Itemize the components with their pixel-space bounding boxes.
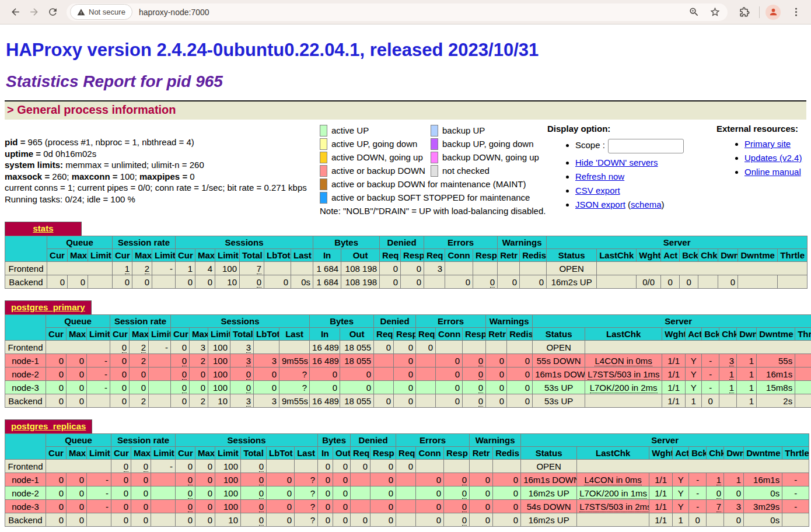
row-name-cell: node-1: [5, 473, 46, 487]
external-resource-item: Primary site: [744, 139, 806, 149]
row-name-cell: Frontend: [5, 262, 47, 275]
process-info-line: uptime = 0d 0h16m02s: [5, 148, 320, 160]
stat-cell: [416, 381, 436, 394]
column-header-req: Req: [416, 328, 436, 341]
stat-cell: 1 684: [313, 275, 341, 289]
stat-cell: 16 489: [310, 394, 340, 408]
stat-cell: 3: [190, 341, 208, 354]
proxy-name-link-postgres_primary[interactable]: postgres_primary: [11, 302, 85, 312]
column-header-limit: Limit: [208, 328, 230, 341]
external-resource-link[interactable]: Online manual: [744, 167, 801, 177]
legend-label: backup DOWN, going up: [442, 152, 539, 162]
url-bar[interactable]: Not secure haproxy-node:7000: [67, 4, 728, 21]
row-name-link-node-1[interactable]: node-1: [12, 475, 39, 485]
stat-cell: 0: [486, 354, 507, 368]
stat-cell: 0: [67, 394, 87, 408]
profile-avatar[interactable]: [765, 5, 781, 20]
row-name-link-backend[interactable]: Backend: [8, 515, 42, 525]
stat-cell: [597, 262, 807, 275]
group-header-bytes: Bytes: [318, 434, 351, 447]
reload-button[interactable]: [43, 3, 62, 22]
not-secure-badge[interactable]: Not secure: [70, 4, 132, 20]
stat-cell: 0: [486, 394, 507, 408]
display-option-link[interactable]: Refresh now: [575, 172, 624, 181]
stat-cell: [396, 473, 416, 487]
column-header-wght: Wght: [662, 328, 686, 341]
external-resource-item: Online manual: [744, 167, 806, 177]
page-content: HAProxy version 2.4.24-0ubuntu0.22.04.1,…: [0, 40, 811, 527]
back-button[interactable]: [6, 3, 25, 22]
external-resource-link[interactable]: Primary site: [744, 139, 791, 149]
column-header-limit: Limit: [87, 447, 111, 460]
column-header-in: In: [313, 249, 341, 262]
bookmark-button[interactable]: [705, 3, 724, 22]
column-header-conn: Conn: [436, 328, 463, 341]
stat-cell: 53s UP: [533, 381, 585, 394]
stat-cell: [507, 341, 533, 354]
stat-cell: [597, 275, 637, 289]
stat-cell: 9m55s: [279, 354, 310, 368]
column-header-cur: Cur: [171, 328, 190, 341]
stat-cell: [291, 262, 313, 275]
table-row-backend: Backend00020210339m55s16 48918 055000000…: [5, 394, 811, 408]
table-row-frontend: Frontend12-1410071 684108 198003OPEN: [5, 262, 807, 275]
display-option-link[interactable]: Hide 'DOWN' servers: [575, 158, 658, 167]
row-name-link-node-3[interactable]: node-3: [12, 502, 39, 512]
stat-cell: 1: [724, 473, 744, 487]
stat-cell: 9m55s: [279, 394, 310, 408]
scope-input[interactable]: [608, 139, 684, 153]
row-name-link-node-1[interactable]: node-1: [12, 356, 39, 366]
display-option-link[interactable]: CSV export: [575, 186, 620, 195]
column-header-status: Status: [547, 249, 597, 262]
row-name-link-node-2[interactable]: node-2: [12, 488, 39, 498]
row-name-link-frontend[interactable]: Frontend: [8, 264, 43, 274]
stat-cell: 0: [267, 473, 295, 487]
row-name-link-backend[interactable]: Backend: [8, 396, 42, 406]
row-name-link-node-2[interactable]: node-2: [12, 369, 39, 379]
group-header-errors: Errors: [424, 236, 498, 249]
group-header-queue: Queue: [46, 434, 111, 447]
stat-cell: 100: [215, 500, 241, 513]
column-header-conn: Conn: [416, 447, 444, 460]
group-header-sessions: Sessions: [171, 315, 310, 328]
proxy-name-tab: postgres_primary: [5, 300, 92, 314]
column-header-act: Act: [686, 328, 702, 341]
legend-swatch: [320, 165, 327, 177]
column-header-lastchk: LastChk: [585, 328, 662, 341]
url-text: haproxy-node:7000: [139, 8, 684, 17]
proxy-name-link-stats[interactable]: stats: [33, 223, 53, 233]
menu-button[interactable]: [786, 3, 805, 22]
stat-cell: 2: [130, 354, 149, 368]
column-header-dwn: Dwn: [737, 328, 757, 341]
forward-button[interactable]: [25, 3, 43, 22]
json-export-link[interactable]: JSON export: [575, 200, 625, 209]
stat-cell: 0: [416, 487, 444, 500]
column-header-max: Max: [67, 447, 87, 460]
stat-cell: 0: [444, 500, 470, 513]
legend-label: not checked: [442, 166, 490, 176]
stat-cell: 100: [215, 262, 240, 275]
row-name-link-node-3[interactable]: node-3: [12, 383, 39, 393]
external-resource-link[interactable]: Updates (v2.4): [744, 153, 802, 163]
row-name-cell: Backend: [5, 394, 46, 408]
row-name-link-backend[interactable]: Backend: [9, 277, 43, 287]
column-header-limit: Limit: [151, 447, 176, 460]
report-subtitle: Statistics Report for pid 965: [6, 72, 806, 91]
extensions-button[interactable]: [735, 3, 753, 22]
process-info-line: Running tasks: 0/24; idle = 100 %: [5, 194, 320, 205]
row-name-link-frontend[interactable]: Frontend: [8, 461, 43, 471]
schema-link[interactable]: schema: [631, 200, 662, 209]
stat-cell: 16m1s DOWN: [533, 368, 585, 381]
stat-cell: 0: [111, 500, 131, 513]
legend-swatch: [320, 192, 327, 204]
row-name-link-frontend[interactable]: Frontend: [8, 342, 43, 352]
column-header-total: Total: [241, 447, 267, 460]
stat-cell: 3: [230, 341, 254, 354]
stat-cell: 1/1: [662, 368, 686, 381]
stat-cell: 0: [176, 275, 195, 289]
stat-cell: 0: [310, 381, 340, 394]
row-name-cell: node-2: [5, 487, 46, 500]
stat-cell: [149, 394, 171, 408]
proxy-name-link-postgres_replicas[interactable]: postgres_replicas: [11, 421, 86, 431]
zoom-button[interactable]: [684, 3, 703, 22]
